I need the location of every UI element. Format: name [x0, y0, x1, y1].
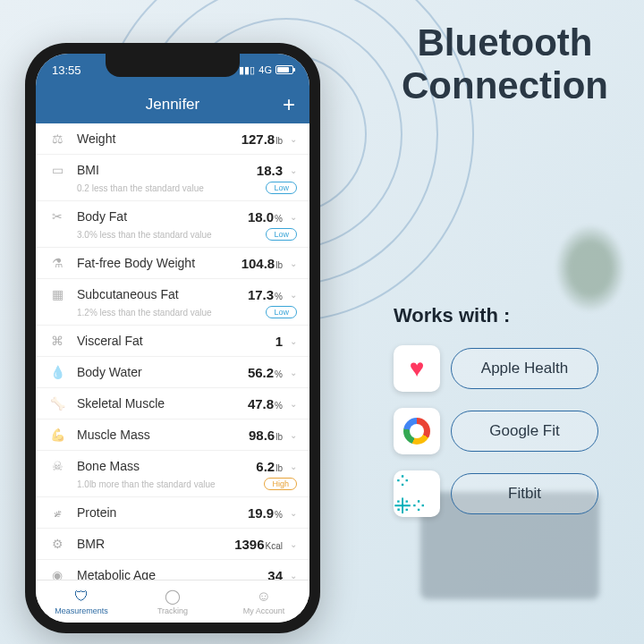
integration-google-fit: Google Fit	[394, 408, 598, 454]
tab-tracking[interactable]: ◯Tracking	[127, 580, 218, 623]
status-time: 13:55	[52, 64, 81, 77]
chevron-down-icon: ⌄	[290, 368, 297, 377]
metric-value: 6.2lb	[256, 459, 283, 474]
tab-label: My Account	[243, 606, 285, 615]
metric-label: Subcutaneous Fat	[77, 287, 248, 301]
metric-row[interactable]: ✂Body Fat18.0%⌄3.0% less than the standa…	[36, 201, 309, 248]
metric-row[interactable]: ⌘Visceral Fat1⌄	[36, 326, 309, 357]
integration-label: Apple Health	[451, 348, 598, 389]
status-right: ▮▮▯ 4G	[239, 64, 293, 76]
phone-screen: 13:55 ▮▮▯ 4G Jennifer + ⚖Weight127.8lb⌄▭…	[36, 54, 309, 623]
tab-icon: ◯	[165, 588, 181, 605]
metric-row[interactable]: ⸙Protein19.9%⌄	[36, 497, 309, 529]
metric-label: Weight	[77, 131, 242, 146]
chevron-down-icon: ⌄	[290, 336, 297, 346]
metric-icon: 💧	[48, 363, 66, 381]
add-button[interactable]: +	[283, 92, 295, 117]
background-plant	[555, 224, 626, 313]
status-badge: Low	[266, 306, 297, 318]
works-with-label: Works with :	[394, 304, 598, 327]
metric-icon: ◉	[48, 566, 66, 580]
chevron-down-icon: ⌄	[290, 165, 297, 175]
tab-label: Tracking	[157, 606, 188, 615]
metric-value: 19.9%	[248, 505, 283, 521]
apple-health-icon: ♥	[394, 345, 440, 392]
metric-label: Muscle Mass	[77, 428, 249, 442]
tab-icon: 🛡	[74, 589, 89, 605]
integration-fitbit: ⁘⁜⁘ Fitbit	[394, 470, 598, 517]
metrics-list[interactable]: ⚖Weight127.8lb⌄▭BMI18.3⌄0.2 less than th…	[36, 123, 309, 580]
metric-row[interactable]: ☠Bone Mass6.2lb⌄1.0lb more than the stan…	[36, 451, 309, 497]
metric-label: Bone Mass	[77, 459, 256, 473]
metric-icon: 🦴	[48, 394, 66, 412]
status-badge: Low	[266, 228, 297, 241]
metric-row[interactable]: 💪Muscle Mass98.6lb⌄	[36, 419, 309, 451]
metric-icon: ⚗	[48, 254, 66, 272]
status-badge: Low	[266, 182, 297, 194]
tab-icon: ☺	[257, 589, 271, 605]
metric-value: 18.3	[257, 163, 283, 178]
tab-bar: 🛡Measurements◯Tracking☺My Account	[36, 580, 309, 623]
metric-row[interactable]: 💧Body Water56.2%⌄	[36, 357, 309, 388]
integration-apple-health: ♥ Apple Health	[394, 345, 598, 392]
metric-icon: ✂	[48, 208, 66, 225]
metric-label: Visceral Fat	[77, 334, 275, 348]
phone-notch	[106, 54, 240, 77]
metric-note: 1.0lb more than the standard value	[77, 479, 216, 489]
metric-row[interactable]: ▭BMI18.3⌄0.2 less than the standard valu…	[36, 155, 309, 201]
metric-icon: ⌘	[48, 332, 66, 350]
fitbit-icon: ⁘⁜⁘	[394, 470, 440, 517]
chevron-down-icon: ⌄	[290, 539, 297, 549]
chevron-down-icon: ⌄	[290, 290, 297, 300]
chevron-down-icon: ⌄	[290, 462, 297, 471]
headline-line2: Connection	[402, 64, 608, 107]
metric-icon: ⚙	[48, 535, 66, 553]
tab-my-account[interactable]: ☺My Account	[218, 580, 309, 623]
metric-value: 1396Kcal	[234, 537, 283, 552]
integration-label: Fitbit	[451, 473, 598, 514]
app-bar: Jennifer +	[36, 86, 309, 123]
metric-row[interactable]: ▦Subcutaneous Fat17.3%⌄1.2% less than th…	[36, 279, 309, 326]
metric-label: Skeletal Muscle	[77, 396, 248, 411]
metric-label: Body Water	[77, 365, 248, 379]
chevron-down-icon: ⌄	[290, 212, 297, 222]
chevron-down-icon: ⌄	[290, 258, 297, 268]
metric-row[interactable]: ⚙BMR1396Kcal⌄	[36, 529, 309, 560]
integration-label: Google Fit	[451, 411, 598, 452]
chevron-down-icon: ⌄	[290, 134, 297, 144]
metric-icon: ⚖	[48, 130, 66, 148]
tab-measurements[interactable]: 🛡Measurements	[36, 580, 127, 623]
network-label: 4G	[258, 64, 272, 75]
metric-row[interactable]: 🦴Skeletal Muscle47.8%⌄	[36, 388, 309, 419]
google-fit-icon	[394, 408, 440, 454]
appbar-title: Jennifer	[146, 96, 199, 114]
metric-row[interactable]: ◉Metabolic Age34⌄	[36, 560, 309, 580]
metric-label: BMI	[77, 163, 257, 177]
metric-icon: ⸙	[48, 504, 66, 521]
metric-icon: ☠	[48, 457, 66, 475]
metric-value: 127.8lb	[242, 131, 283, 147]
metric-label: Protein	[77, 505, 248, 520]
metric-note: 1.2% less than the standard value	[77, 308, 212, 318]
tab-label: Measurements	[55, 606, 108, 615]
headline: Bluetooth Connection	[402, 21, 608, 108]
chevron-down-icon: ⌄	[290, 399, 297, 409]
works-with-section: Works with : ♥ Apple Health Google Fit ⁘…	[394, 304, 598, 533]
chevron-down-icon: ⌄	[290, 508, 297, 518]
metric-icon: ▭	[48, 161, 66, 179]
metric-value: 1	[275, 334, 283, 349]
metric-label: Body Fat	[77, 209, 248, 224]
metric-row[interactable]: ⚗Fat-free Body Weight104.8lb⌄	[36, 248, 309, 279]
metric-row[interactable]: ⚖Weight127.8lb⌄	[36, 123, 309, 155]
metric-note: 3.0% less than the standard value	[77, 230, 212, 240]
chevron-down-icon: ⌄	[290, 430, 297, 440]
headline-line1: Bluetooth	[402, 21, 608, 64]
metric-label: BMR	[77, 537, 234, 551]
metric-value: 56.2%	[248, 365, 283, 380]
metric-value: 18.0%	[248, 209, 283, 225]
signal-icon: ▮▮▯	[239, 64, 255, 76]
metric-value: 104.8lb	[242, 256, 283, 271]
metric-value: 17.3%	[248, 287, 283, 302]
battery-icon	[275, 65, 293, 74]
metric-value: 34	[267, 568, 283, 580]
